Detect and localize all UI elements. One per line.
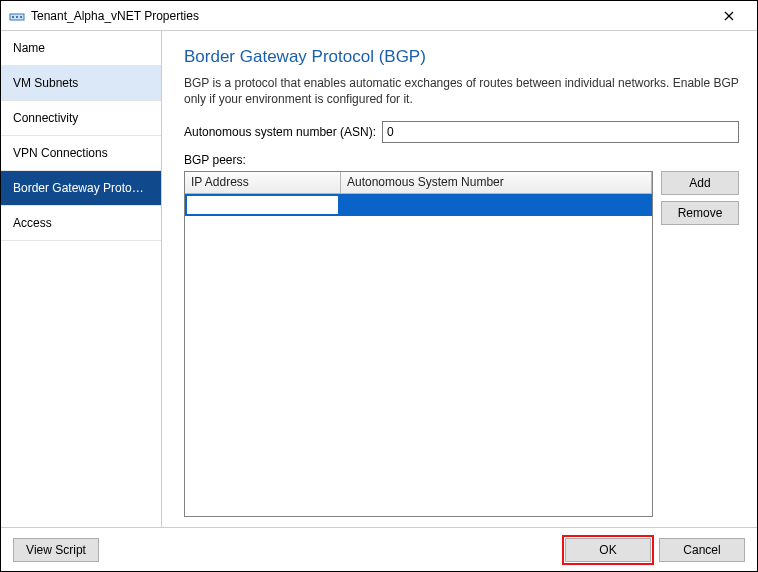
grid-row[interactable] [185, 194, 652, 216]
sidebar-item-label: Access [13, 216, 52, 230]
sidebar-item-label: Connectivity [13, 111, 78, 125]
button-label: Cancel [683, 543, 720, 557]
peers-label: BGP peers: [184, 153, 739, 167]
sidebar-item-access[interactable]: Access [1, 206, 161, 241]
sidebar-item-label: VPN Connections [13, 146, 108, 160]
button-label: View Script [26, 543, 86, 557]
ip-input[interactable] [186, 195, 339, 215]
sidebar: Name VM Subnets Connectivity VPN Connect… [1, 31, 162, 527]
asn-row: Autonomous system number (ASN): [184, 121, 739, 143]
svg-rect-3 [20, 16, 22, 18]
dialog-body: Name VM Subnets Connectivity VPN Connect… [1, 31, 757, 527]
dialog-footer: View Script OK Cancel [1, 527, 757, 571]
grid-header: IP Address Autonomous System Number [185, 172, 652, 194]
remove-button[interactable]: Remove [661, 201, 739, 225]
svg-rect-1 [12, 16, 14, 18]
sidebar-item-label: VM Subnets [13, 76, 78, 90]
sidebar-item-connectivity[interactable]: Connectivity [1, 101, 161, 136]
window-title: Tenant_Alpha_vNET Properties [31, 9, 709, 23]
sidebar-item-vpn-connections[interactable]: VPN Connections [1, 136, 161, 171]
button-label: Add [689, 176, 710, 190]
cell-asn[interactable] [341, 194, 652, 216]
sidebar-header: Name [1, 31, 161, 66]
cell-ip[interactable] [185, 194, 341, 216]
titlebar: Tenant_Alpha_vNET Properties [1, 1, 757, 31]
button-label: Remove [678, 206, 723, 220]
cancel-button[interactable]: Cancel [659, 538, 745, 562]
peers-grid: IP Address Autonomous System Number [184, 171, 653, 517]
col-header-ip[interactable]: IP Address [185, 172, 341, 193]
button-label: OK [599, 543, 616, 557]
add-button[interactable]: Add [661, 171, 739, 195]
close-button[interactable] [709, 2, 749, 30]
close-icon [724, 11, 734, 21]
properties-window: Tenant_Alpha_vNET Properties Name VM Sub… [0, 0, 758, 572]
asn-input[interactable] [382, 121, 739, 143]
col-header-asn[interactable]: Autonomous System Number [341, 172, 652, 193]
peers-area: IP Address Autonomous System Number [184, 171, 739, 517]
asn-label: Autonomous system number (ASN): [184, 125, 376, 139]
svg-rect-2 [16, 16, 18, 18]
content-pane: Border Gateway Protocol (BGP) BGP is a p… [162, 31, 757, 527]
view-script-button[interactable]: View Script [13, 538, 99, 562]
grid-body [185, 194, 652, 516]
sidebar-item-bgp[interactable]: Border Gateway Protocol... [1, 171, 161, 206]
sidebar-item-vm-subnets[interactable]: VM Subnets [1, 66, 161, 101]
sidebar-item-label: Border Gateway Protocol... [13, 181, 157, 195]
grid-side-buttons: Add Remove [661, 171, 739, 517]
page-title: Border Gateway Protocol (BGP) [184, 47, 739, 67]
page-description: BGP is a protocol that enables automatic… [184, 75, 739, 107]
app-icon [9, 8, 25, 24]
ok-button[interactable]: OK [565, 538, 651, 562]
